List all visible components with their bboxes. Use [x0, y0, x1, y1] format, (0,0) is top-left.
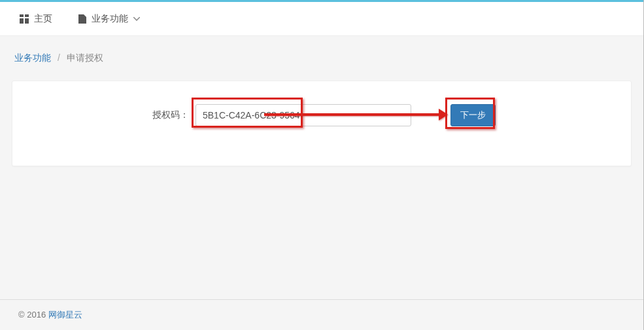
- annotation-arrow: [411, 104, 447, 126]
- breadcrumb-parent[interactable]: 业务功能: [14, 52, 51, 63]
- form-panel: 授权码： 下一步: [12, 81, 632, 166]
- svg-rect-2: [20, 18, 24, 24]
- nav-home[interactable]: 主页: [20, 13, 52, 25]
- breadcrumb-current: 申请授权: [67, 52, 103, 63]
- footer-copyright: © 2016: [18, 310, 48, 320]
- file-icon: [78, 14, 86, 24]
- svg-rect-0: [20, 14, 24, 17]
- grid-icon: [20, 14, 29, 24]
- nav-biz[interactable]: 业务功能: [78, 13, 145, 25]
- nav-biz-label: 业务功能: [92, 13, 128, 25]
- nav-home-label: 主页: [34, 13, 52, 25]
- svg-rect-3: [25, 18, 29, 24]
- next-step-button[interactable]: 下一步: [450, 104, 496, 126]
- top-navbar: 主页 业务功能: [0, 2, 643, 36]
- chevron-down-icon: [133, 17, 140, 21]
- svg-rect-1: [25, 14, 29, 17]
- breadcrumb: 业务功能 / 申请授权: [12, 52, 632, 64]
- footer-link[interactable]: 网御星云: [48, 310, 82, 320]
- breadcrumb-separator: /: [58, 52, 60, 63]
- footer: © 2016 网御星云: [0, 299, 643, 330]
- auth-code-label: 授权码：: [32, 109, 195, 121]
